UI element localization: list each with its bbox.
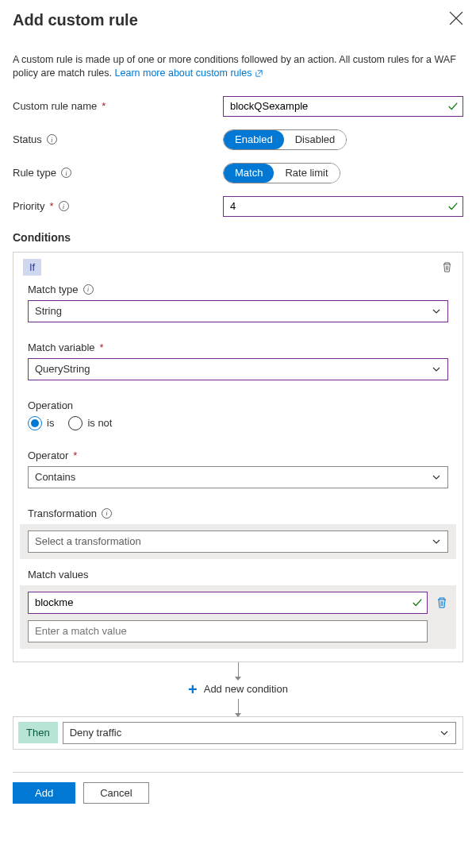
status-enabled[interactable]: Enabled (224, 130, 284, 149)
match-type-select[interactable]: String (28, 300, 448, 322)
add-button[interactable]: Add (13, 782, 75, 804)
checkmark-icon (412, 597, 423, 608)
priority-label: Priority* i (13, 200, 223, 212)
ruletype-label: Rule type i (13, 167, 223, 179)
required-marker: * (100, 341, 104, 353)
status-toggle[interactable]: Enabled Disabled (223, 129, 347, 150)
trash-icon[interactable] (441, 261, 453, 273)
then-tag: Then (18, 722, 58, 743)
then-action-select[interactable]: Deny traffic (63, 722, 456, 744)
cancel-button[interactable]: Cancel (83, 782, 148, 804)
condition-block: If Match type i String Match variable* Q… (13, 252, 463, 662)
connector-line (13, 662, 463, 680)
chevron-down-icon (432, 537, 441, 546)
info-icon[interactable]: i (102, 508, 112, 519)
operation-isnot-radio[interactable]: is not (68, 416, 112, 430)
ruletype-toggle[interactable]: Match Rate limit (223, 163, 340, 183)
external-link-icon (255, 69, 263, 78)
required-marker: * (73, 449, 77, 461)
checkmark-icon (447, 101, 459, 112)
match-type-label: Match type i (28, 284, 448, 295)
panel-title: Add custom rule (13, 11, 138, 29)
required-marker: * (49, 200, 53, 212)
chevron-down-icon (440, 728, 449, 738)
chevron-down-icon (432, 365, 441, 374)
if-tag: If (23, 259, 41, 276)
chevron-down-icon (432, 307, 441, 316)
required-marker: * (102, 100, 106, 112)
description-text: A custom rule is made up of one or more … (13, 53, 463, 80)
checkmark-icon (447, 201, 459, 212)
match-value-input-1[interactable] (28, 592, 428, 614)
plus-icon: + (188, 681, 198, 697)
add-condition-button[interactable]: + Add new condition (13, 680, 463, 699)
transformation-label: Transformation i (28, 507, 448, 519)
connector-line (13, 699, 463, 716)
info-icon[interactable]: i (47, 134, 57, 145)
status-label: Status i (13, 133, 223, 145)
match-values-label: Match values (28, 569, 448, 581)
close-icon[interactable] (449, 11, 463, 25)
match-value-input-new[interactable] (28, 620, 428, 642)
info-icon[interactable]: i (83, 284, 94, 295)
info-icon[interactable]: i (59, 201, 69, 211)
operator-label: Operator* (28, 449, 448, 461)
operation-is-radio[interactable]: is (28, 416, 54, 430)
conditions-heading: Conditions (13, 231, 463, 244)
ruletype-rate[interactable]: Rate limit (274, 164, 339, 183)
priority-input[interactable] (223, 196, 463, 217)
learn-more-text: Learn more about custom rules (115, 68, 252, 79)
match-variable-select[interactable]: QueryString (28, 358, 448, 380)
chevron-down-icon (432, 473, 441, 482)
status-disabled[interactable]: Disabled (284, 130, 347, 149)
transformation-select[interactable]: Select a transformation (28, 530, 448, 553)
operator-select[interactable]: Contains (28, 466, 448, 488)
rule-name-input[interactable] (223, 96, 463, 117)
operation-label: Operation (28, 399, 448, 411)
learn-more-link[interactable]: Learn more about custom rules (115, 68, 264, 79)
trash-icon[interactable] (436, 596, 448, 609)
info-icon[interactable]: i (61, 168, 71, 178)
name-label: Custom rule name* (13, 100, 223, 112)
match-variable-label: Match variable* (28, 341, 448, 353)
ruletype-match[interactable]: Match (224, 164, 274, 183)
then-block: Then Deny traffic (13, 716, 463, 750)
